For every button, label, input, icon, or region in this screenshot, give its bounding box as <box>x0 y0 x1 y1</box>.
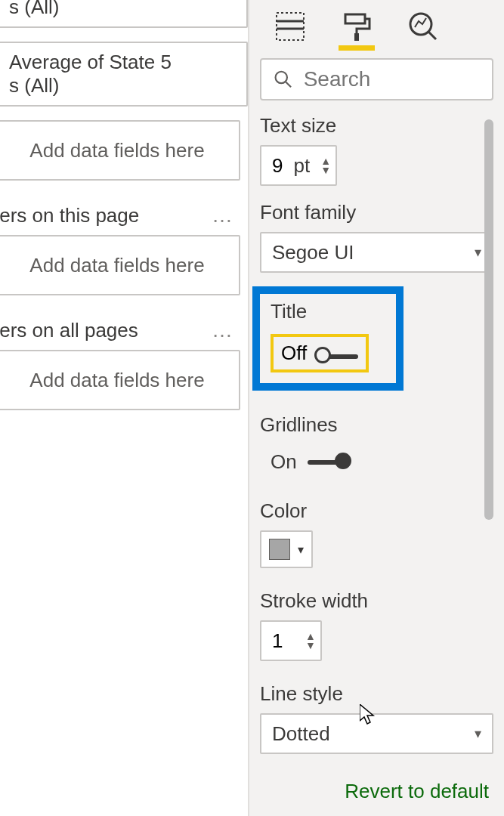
caret-down-icon: ▾ <box>298 542 304 557</box>
tab-format[interactable] <box>339 11 375 51</box>
fields-icon <box>274 11 306 42</box>
filters-page-section-label: ters on this page <box>0 204 139 227</box>
format-pane: Text size 9 pt ▲ ▼ Font family Segoe UI … <box>249 0 504 816</box>
text-size-stepper[interactable]: 9 pt ▲ ▼ <box>260 145 337 186</box>
text-size-value: 9 <box>261 147 293 184</box>
stepper-down-icon[interactable]: ▼ <box>320 165 331 175</box>
pane-tabs <box>260 6 493 51</box>
filter-summary: s (All) <box>9 74 239 97</box>
font-family-value: Segoe UI <box>272 241 354 264</box>
stepper-down-icon[interactable]: ▼ <box>305 641 316 650</box>
color-swatch <box>269 539 290 560</box>
filter-field: Average of State 5 <box>9 51 239 74</box>
magnify-chart-icon <box>407 11 439 42</box>
filters-pane: s (All) Average of State 5 s (All) Add d… <box>0 0 249 816</box>
line-style-value: Dotted <box>272 722 330 746</box>
stroke-width-label: Stroke width <box>260 589 493 613</box>
svg-point-5 <box>410 14 431 35</box>
svg-point-7 <box>276 72 287 83</box>
dropzone-placeholder: Add data fields here <box>29 369 204 392</box>
filter-summary: s (All) <box>9 0 239 19</box>
tab-analytics[interactable] <box>405 11 441 51</box>
color-label: Color <box>260 499 493 523</box>
line-style-select[interactable]: Dotted ▾ <box>260 713 493 754</box>
title-property-highlight: Title Off <box>252 286 404 391</box>
revert-to-default-link[interactable]: Revert to default <box>260 780 489 803</box>
dropzone-placeholder: Add data fields here <box>29 139 204 162</box>
title-toggle[interactable] <box>316 354 358 359</box>
vertical-scrollbar[interactable] <box>484 119 493 520</box>
chevron-down-icon: ▾ <box>475 244 481 261</box>
svg-rect-4 <box>354 33 359 41</box>
stroke-width-value: 1 <box>261 622 301 660</box>
svg-line-6 <box>428 32 436 39</box>
tab-fields[interactable] <box>272 11 308 51</box>
more-options-icon[interactable]: … <box>212 318 234 342</box>
search-icon <box>274 68 293 91</box>
format-search-input[interactable] <box>304 67 480 91</box>
font-family-label: Font family <box>260 201 493 224</box>
title-toggle-highlight: Off <box>271 334 369 372</box>
svg-marker-9 <box>360 704 373 724</box>
paint-roller-icon <box>341 11 373 42</box>
line-style-label: Line style <box>260 682 493 706</box>
svg-rect-3 <box>345 14 365 23</box>
gridlines-toggle-state: On <box>271 450 297 474</box>
more-options-icon[interactable]: … <box>212 203 234 227</box>
svg-line-8 <box>286 82 291 87</box>
filter-dropzone[interactable]: Add data fields here <box>0 235 240 295</box>
color-picker[interactable]: ▾ <box>260 530 313 568</box>
text-size-unit: pt <box>293 147 316 184</box>
filter-card[interactable]: Average of State 5 s (All) <box>0 42 248 107</box>
dropzone-placeholder: Add data fields here <box>29 254 204 277</box>
cursor-icon <box>360 704 376 725</box>
filter-dropzone[interactable]: Add data fields here <box>0 120 240 181</box>
filter-dropzone[interactable]: Add data fields here <box>0 350 240 410</box>
chevron-down-icon: ▾ <box>475 725 481 742</box>
filter-card[interactable]: s (All) <box>0 0 248 28</box>
filters-allpages-section-label: ters on all pages <box>0 319 138 342</box>
format-search[interactable] <box>260 58 493 100</box>
gridlines-toggle[interactable]: On <box>260 450 350 474</box>
gridlines-label: Gridlines <box>260 413 493 437</box>
font-family-select[interactable]: Segoe UI ▾ <box>260 232 493 273</box>
svg-rect-0 <box>277 13 304 40</box>
stroke-width-stepper[interactable]: 1 ▲ ▼ <box>260 620 322 661</box>
title-label: Title <box>271 300 369 323</box>
title-toggle-state: Off <box>281 342 307 365</box>
text-size-label: Text size <box>260 114 493 138</box>
